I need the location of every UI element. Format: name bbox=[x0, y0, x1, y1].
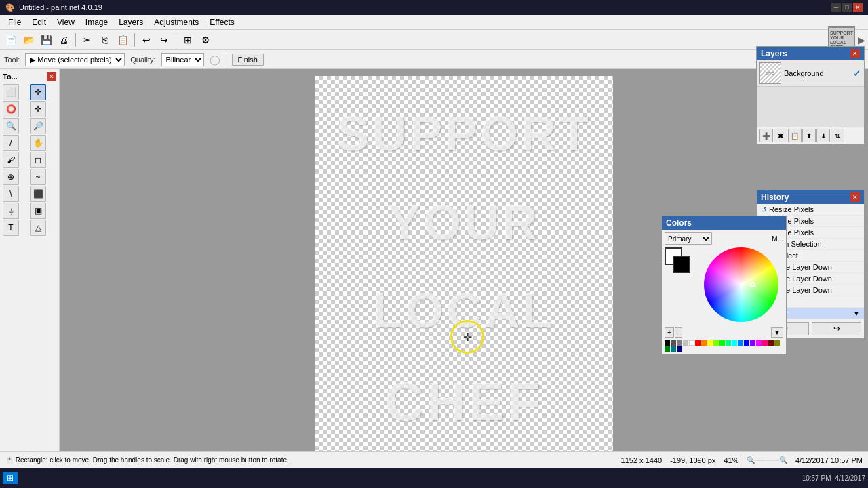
clone-stamp-tool[interactable]: ⊕ bbox=[3, 169, 19, 185]
layer-copy-button[interactable]: 📋 bbox=[788, 129, 802, 142]
cut-button[interactable]: ✂ bbox=[79, 32, 96, 48]
palette-color-pink[interactable] bbox=[762, 340, 768, 346]
close-button[interactable]: ✕ bbox=[853, 3, 863, 12]
toolbar-sep-3 bbox=[176, 33, 176, 47]
palette-color-purple[interactable] bbox=[750, 340, 755, 346]
add-palette-color-button[interactable]: + bbox=[665, 327, 674, 338]
undo-button[interactable]: ↩ bbox=[138, 32, 155, 48]
palette-color-orange[interactable] bbox=[701, 340, 707, 346]
palette-color-black[interactable] bbox=[665, 340, 670, 346]
dimensions-info: 1152 x 1440 bbox=[621, 456, 663, 464]
tooloptions-bar: Tool: ▶ Move (selected pixels) Quality: … bbox=[0, 50, 868, 69]
minimize-button[interactable]: ─ bbox=[831, 3, 841, 12]
palette-color-gray[interactable] bbox=[677, 340, 682, 346]
layer-up-button[interactable]: ⬆ bbox=[802, 129, 816, 142]
move-selected-tool[interactable]: ✛ bbox=[30, 101, 46, 117]
palette-tools-row: + - ▼ bbox=[665, 327, 783, 338]
history-panel-title: History bbox=[761, 192, 789, 202]
layer-name: Background bbox=[784, 69, 850, 77]
recolor-tool[interactable]: ⬛ bbox=[30, 186, 46, 202]
layer-item-background[interactable]: SYC Background ✓ bbox=[757, 60, 864, 87]
palette-color-maroon[interactable] bbox=[768, 340, 774, 346]
palette-color-olive[interactable] bbox=[774, 340, 780, 346]
paint-bucket-tool[interactable]: ⏚ bbox=[3, 203, 19, 219]
palette-color-dkgreen[interactable] bbox=[665, 346, 670, 352]
lasso-tool[interactable]: ⭕ bbox=[3, 101, 19, 117]
menu-file[interactable]: File bbox=[3, 16, 26, 28]
open-button[interactable]: 📂 bbox=[20, 32, 37, 48]
canvas-container[interactable]: SUPPORT YOUR LOCAL CHEF ✛ bbox=[315, 76, 613, 462]
maximize-button[interactable]: □ bbox=[842, 3, 852, 12]
toolbar-sep-1 bbox=[75, 33, 76, 47]
layer-merge-button[interactable]: ⇅ bbox=[831, 129, 844, 142]
redo-button[interactable]: ↪ bbox=[156, 32, 172, 48]
palette-color-lgray[interactable] bbox=[683, 340, 688, 346]
layer-add-button[interactable]: ➕ bbox=[760, 129, 773, 142]
titlebar-controls[interactable]: ─ □ ✕ bbox=[831, 3, 863, 12]
grid-button[interactable]: ⊞ bbox=[180, 32, 196, 48]
text-tool[interactable]: T bbox=[3, 220, 19, 236]
quality-select[interactable]: Bilinear bbox=[161, 53, 204, 66]
zoom-out-tool[interactable]: 🔎 bbox=[30, 118, 46, 134]
palette-color-red[interactable] bbox=[695, 340, 701, 346]
toolbox-close[interactable]: ✕ bbox=[47, 72, 56, 81]
copy-button[interactable]: ⎘ bbox=[97, 32, 113, 48]
color-wheel-wrapper[interactable] bbox=[704, 247, 778, 322]
menu-adjustments[interactable]: Adjustments bbox=[149, 16, 204, 28]
color-mode-select[interactable]: Primary Secondary bbox=[665, 232, 712, 245]
new-button[interactable]: 📄 bbox=[3, 32, 19, 48]
tool-select[interactable]: ▶ Move (selected pixels) bbox=[25, 53, 125, 66]
layer-delete-button[interactable]: ✖ bbox=[774, 129, 787, 142]
palette-color-limegreen[interactable] bbox=[713, 340, 719, 346]
save-button[interactable]: 💾 bbox=[38, 32, 54, 48]
palette-color-green[interactable] bbox=[719, 340, 725, 346]
menu-edit[interactable]: Edit bbox=[26, 16, 52, 28]
menu-effects[interactable]: Effects bbox=[204, 16, 239, 28]
palette-color-yellow[interactable] bbox=[707, 340, 713, 346]
rect-select-tool[interactable]: ⬜ bbox=[3, 84, 19, 100]
palette-color-teal[interactable] bbox=[726, 340, 731, 346]
settings-button[interactable]: ⚙ bbox=[197, 32, 214, 48]
menu-view[interactable]: View bbox=[52, 16, 80, 28]
history-redo-button[interactable]: ↪ bbox=[812, 322, 861, 336]
secondary-color-swatch[interactable] bbox=[673, 256, 690, 273]
menu-layers[interactable]: Layers bbox=[113, 16, 149, 28]
layers-empty-area bbox=[757, 87, 864, 127]
color-wheel[interactable] bbox=[704, 247, 778, 322]
palette-color-white[interactable] bbox=[689, 340, 694, 346]
palette-color-cyan[interactable] bbox=[732, 340, 737, 346]
palette-color-ltblue[interactable] bbox=[738, 340, 743, 346]
zoom-tool[interactable]: 🔍 bbox=[3, 118, 19, 134]
move-tool[interactable]: ✛ bbox=[30, 84, 46, 100]
eraser-tool[interactable]: ◻ bbox=[30, 152, 46, 168]
palette-color-blue[interactable] bbox=[744, 340, 749, 346]
quality-icon: ◯ bbox=[210, 54, 220, 65]
palette-menu-button[interactable]: ▼ bbox=[771, 327, 783, 338]
palette-color-magenta[interactable] bbox=[756, 340, 762, 346]
shape-tool[interactable]: △ bbox=[30, 220, 46, 236]
palette-color-dgray[interactable] bbox=[671, 340, 676, 346]
history-panel-close[interactable]: ✕ bbox=[850, 192, 860, 202]
palette-color-navy[interactable] bbox=[677, 346, 682, 352]
toolbar: 📄 📂 💾 🖨 ✂ ⎘ 📋 ↩ ↪ ⊞ ⚙ SUPPORTYOURLOCALCH… bbox=[0, 30, 868, 50]
paste-button[interactable]: 📋 bbox=[115, 32, 131, 48]
layer-down-button[interactable]: ⬇ bbox=[816, 129, 830, 142]
taskbar-time: 10:57 PM bbox=[802, 474, 831, 482]
history-item-0[interactable]: ↺Resize Pixels bbox=[757, 204, 864, 216]
finish-button[interactable]: Finish bbox=[232, 54, 264, 66]
palette-swatches bbox=[665, 340, 783, 352]
line-tool[interactable]: \ bbox=[3, 186, 19, 202]
layer-visibility-check[interactable]: ✓ bbox=[853, 68, 861, 79]
smudge-tool[interactable]: ~ bbox=[30, 169, 46, 185]
paintbrush-tool[interactable]: 🖌 bbox=[3, 152, 19, 168]
remove-palette-color-button[interactable]: - bbox=[675, 327, 682, 338]
layers-panel-close[interactable]: ✕ bbox=[850, 49, 860, 58]
gradient-tool[interactable]: ▣ bbox=[30, 203, 46, 219]
palette-color-dkteal[interactable] bbox=[671, 346, 676, 352]
colors-panel-header: Colors bbox=[662, 216, 786, 230]
pencil-tool[interactable]: / bbox=[3, 135, 19, 151]
print-button[interactable]: 🖨 bbox=[56, 32, 72, 48]
menu-image[interactable]: Image bbox=[80, 16, 113, 28]
hand-tool[interactable]: ✋ bbox=[30, 135, 46, 151]
start-button[interactable]: ⊞ bbox=[3, 472, 18, 484]
